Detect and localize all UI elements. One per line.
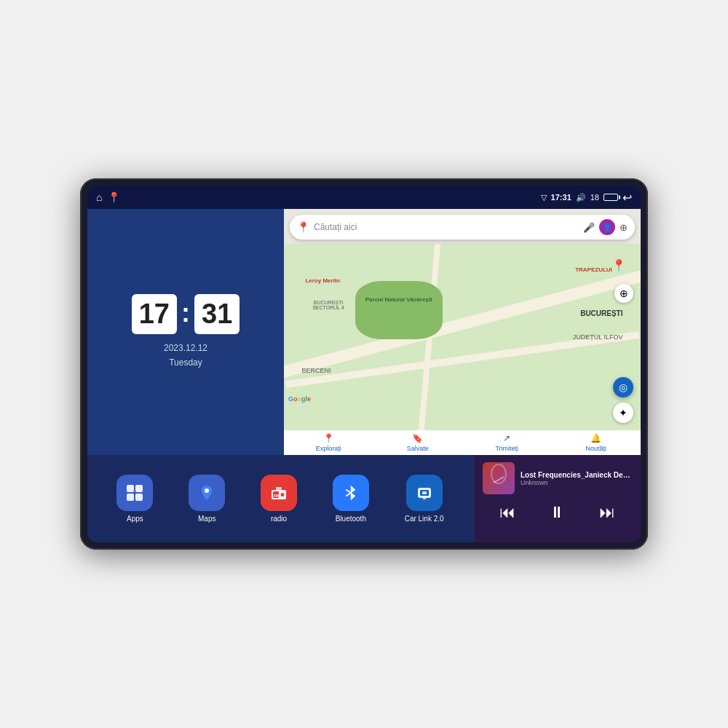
map-trapezului-label: TRAPEZULUI: [575, 266, 612, 273]
clock-date: 2023.12.12 Tuesday: [164, 341, 207, 369]
map-nav-explore[interactable]: 📍 Explorați: [284, 433, 373, 452]
bottom-row: Apps Maps: [87, 455, 641, 542]
svg-rect-13: [423, 498, 426, 499]
map-my-location-button[interactable]: ◎: [613, 377, 633, 397]
send-icon: ↗: [503, 433, 510, 443]
map-pin-icon: 📍: [297, 221, 309, 233]
volume-icon: 🔊: [576, 193, 586, 202]
maps-pin-icon[interactable]: 📍: [108, 191, 120, 203]
map-bucuresti-label: BUCUREȘTI: [580, 309, 622, 317]
device-screen: ⌂ 📍 ▽ 17:31 🔊 18 ↩ 17 :: [87, 186, 641, 542]
device-frame: ⌂ 📍 ▽ 17:31 🔊 18 ↩ 17 :: [80, 178, 648, 550]
clock-display: 17 : 31: [132, 294, 240, 334]
app-item-bluetooth[interactable]: Bluetooth: [333, 475, 369, 523]
map-park-label: Parcul Natural Văcărești: [363, 296, 435, 303]
music-panel: Lost Frequencies_Janieck Devy-... Unknow…: [473, 455, 641, 542]
map-mic-icon[interactable]: 🎤: [583, 222, 595, 233]
svg-rect-12: [422, 491, 427, 494]
svg-rect-14: [483, 462, 515, 494]
maps-label: Maps: [198, 515, 215, 523]
app-item-apps[interactable]: Apps: [116, 475, 153, 523]
google-logo: Google: [288, 395, 311, 403]
status-right-icons: ▽ 17:31 🔊 18 ↩: [541, 191, 632, 205]
maps-icon: [189, 475, 225, 511]
clock-minutes: 31: [194, 294, 240, 334]
map-location-pin: 📍: [612, 258, 626, 272]
top-row: 17 : 31 2023.12.12 Tuesday 📍 Căutați aic…: [87, 209, 641, 455]
music-meta: Lost Frequencies_Janieck Devy-... Unknow…: [521, 471, 632, 486]
svg-rect-8: [276, 487, 282, 490]
svg-rect-3: [135, 494, 143, 501]
map-bottom-nav: 📍 Explorați 🔖 Salvate ↗ Trimiteți 🔔: [284, 430, 641, 455]
battery-icon: [604, 194, 618, 201]
music-controls: ⏮ ⏸ ⏭: [483, 500, 632, 525]
map-nav-news[interactable]: 🔔 Noutăți: [552, 433, 641, 452]
map-layers-icon[interactable]: ⊕: [620, 222, 628, 233]
svg-rect-1: [135, 485, 143, 492]
map-background: Parcul Natural Văcărești Leroy Merlin BU…: [284, 244, 641, 430]
signal-icon: ▽: [541, 193, 547, 202]
map-berceni-label: BERCENI: [302, 367, 331, 374]
apps-dock: Apps Maps: [87, 455, 473, 542]
carlink-label: Car Link 2.0: [405, 515, 444, 523]
map-compass-button[interactable]: ⊕: [614, 284, 633, 303]
back-icon[interactable]: ↩: [622, 191, 632, 205]
svg-point-7: [280, 493, 285, 497]
clock-panel: 17 : 31 2023.12.12 Tuesday: [87, 209, 284, 455]
saved-icon: 🔖: [412, 433, 423, 443]
clock-colon: :: [181, 298, 190, 328]
map-park: [355, 281, 443, 339]
map-search-input[interactable]: Căutați aici: [314, 222, 579, 232]
svg-rect-0: [127, 485, 134, 492]
svg-rect-2: [127, 494, 134, 501]
music-thumbnail: [483, 462, 515, 494]
clock-hours: 17: [132, 294, 177, 334]
svg-point-4: [205, 488, 209, 493]
map-ilfov-label: JUDEȚUL ILFOV: [573, 333, 623, 341]
status-time: 17:31: [551, 193, 571, 202]
music-title: Lost Frequencies_Janieck Devy-...: [521, 471, 632, 479]
map-nav-saved[interactable]: 🔖 Salvate: [373, 433, 463, 452]
home-icon[interactable]: ⌂: [96, 191, 102, 203]
play-pause-button[interactable]: ⏸: [543, 500, 571, 525]
bluetooth-icon-wrap: [333, 475, 369, 511]
music-info-row: Lost Frequencies_Janieck Devy-... Unknow…: [483, 462, 632, 494]
next-button[interactable]: ⏭: [593, 500, 621, 525]
status-left-icons: ⌂ 📍: [96, 191, 120, 203]
carlink-icon: [406, 475, 443, 511]
main-content: 17 : 31 2023.12.12 Tuesday 📍 Căutați aic…: [87, 209, 641, 542]
radio-icon: FM: [261, 475, 297, 511]
map-search-bar[interactable]: 📍 Căutați aici 🎤 👤 ⊕: [290, 215, 635, 240]
map-sector-label: BUCUREȘTISECTORUL 4: [312, 300, 344, 310]
radio-label: radio: [271, 515, 287, 523]
map-panel[interactable]: 📍 Căutați aici 🎤 👤 ⊕: [284, 209, 641, 455]
status-bar: ⌂ 📍 ▽ 17:31 🔊 18 ↩: [87, 186, 641, 209]
map-star-button[interactable]: ✦: [613, 403, 633, 423]
app-item-maps[interactable]: Maps: [189, 475, 225, 523]
battery-level: 18: [590, 193, 599, 202]
map-leroy-label: Leroy Merlin: [305, 277, 340, 284]
app-item-radio[interactable]: FM radio: [261, 475, 297, 523]
prev-button[interactable]: ⏮: [494, 500, 521, 525]
apps-label: Apps: [127, 515, 143, 523]
svg-text:FM: FM: [274, 494, 279, 498]
app-item-carlink[interactable]: Car Link 2.0: [405, 475, 444, 523]
explore-icon: 📍: [323, 433, 334, 443]
music-artist: Unknown: [521, 479, 632, 486]
map-account-icon[interactable]: 👤: [599, 219, 615, 235]
news-icon: 🔔: [590, 433, 601, 443]
apps-icon: [116, 475, 153, 511]
map-nav-send[interactable]: ↗ Trimiteți: [462, 433, 552, 452]
bluetooth-label: Bluetooth: [336, 515, 366, 523]
